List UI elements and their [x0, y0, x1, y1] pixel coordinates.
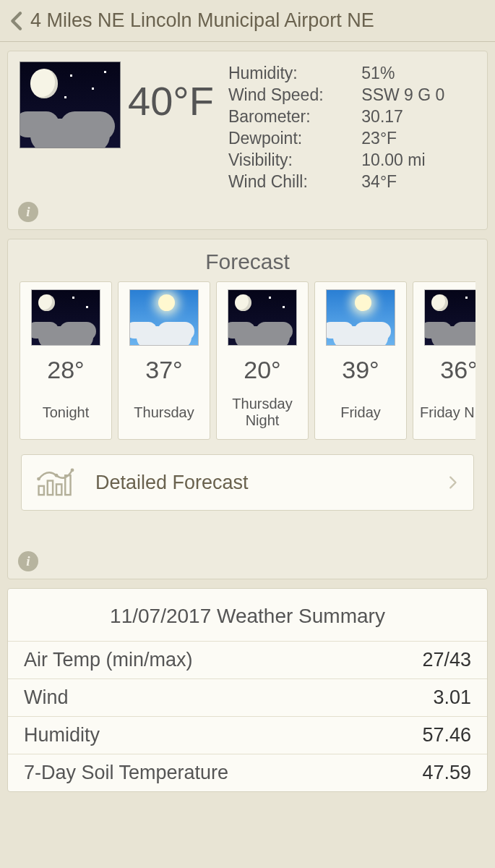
- day-cloudy-icon: [129, 289, 199, 346]
- dewpoint-value: 23°F: [360, 128, 474, 148]
- summary-row: Wind3.01: [8, 678, 487, 716]
- chevron-left-icon: [6, 9, 29, 33]
- detailed-forecast-button[interactable]: Detailed Forecast: [21, 454, 474, 511]
- forecast-card[interactable]: 39°Friday: [314, 281, 407, 440]
- forecast-label: Friday Night: [418, 396, 475, 429]
- svg-point-4: [37, 477, 40, 481]
- summary-key: 7-Day Soil Temperature: [24, 762, 228, 784]
- forecast-strip[interactable]: 28°Tonight37°Thursday20°Thursday Night39…: [20, 281, 475, 440]
- info-button[interactable]: i: [18, 551, 38, 571]
- svg-rect-2: [56, 485, 61, 495]
- windchill-value: 34°F: [360, 171, 474, 192]
- forecast-temp: 20°: [221, 356, 304, 384]
- forecast-label: Tonight: [25, 396, 107, 429]
- forecast-card[interactable]: 20°Thursday Night: [216, 281, 309, 440]
- summary-key: Air Temp (min/max): [24, 649, 193, 671]
- svg-point-5: [55, 474, 59, 477]
- info-button[interactable]: i: [18, 202, 38, 222]
- barometer-label: Barometer:: [227, 106, 358, 127]
- summary-key: Humidity: [24, 724, 100, 746]
- summary-value: 27/43: [422, 649, 471, 671]
- forecast-label: Thursday Night: [221, 396, 304, 429]
- day-cloudy-icon: [326, 289, 395, 346]
- summary-title: 11/07/2017 Weather Summary: [8, 589, 487, 641]
- visibility-label: Visibility:: [227, 150, 358, 170]
- svg-rect-1: [48, 481, 53, 495]
- windspeed-label: Wind Speed:: [227, 85, 358, 105]
- back-button[interactable]: [4, 8, 30, 34]
- chevron-right-icon: [444, 475, 460, 490]
- header-bar: 4 Miles NE Lincoln Municipal Airport NE: [0, 0, 495, 42]
- barometer-value: 30.17: [360, 106, 474, 127]
- current-weather-icon: [20, 61, 121, 148]
- current-conditions-panel: 40°F Humidity: 51% Wind Speed: SSW 9 G 0…: [7, 51, 488, 230]
- forecast-temp: 37°: [123, 356, 205, 384]
- forecast-label: Friday: [319, 396, 402, 429]
- humidity-value: 51%: [360, 63, 474, 83]
- page-title: 4 Miles NE Lincoln Municipal Airport NE: [30, 9, 374, 32]
- svg-rect-3: [65, 476, 70, 495]
- windchill-label: Wind Chill:: [227, 171, 358, 192]
- forecast-panel: Forecast 28°Tonight37°Thursday20°Thursda…: [7, 239, 488, 579]
- windspeed-value: SSW 9 G 0: [360, 85, 474, 105]
- summary-value: 57.46: [422, 724, 471, 746]
- visibility-value: 10.00 mi: [360, 150, 474, 170]
- forecast-card[interactable]: 28°Tonight: [20, 281, 112, 440]
- summary-panel: 11/07/2017 Weather Summary Air Temp (min…: [7, 588, 488, 792]
- svg-point-6: [71, 469, 74, 472]
- summary-value: 47.59: [422, 762, 471, 784]
- forecast-card[interactable]: 36°Friday Night: [413, 281, 475, 440]
- forecast-temp: 39°: [319, 356, 402, 384]
- chart-icon: [35, 467, 78, 498]
- forecast-temp: 28°: [25, 356, 107, 384]
- summary-value: 3.01: [433, 686, 471, 709]
- night-cloudy-icon: [424, 289, 475, 346]
- forecast-card[interactable]: 37°Thursday: [118, 281, 210, 440]
- detailed-forecast-label: Detailed Forecast: [95, 472, 444, 494]
- current-temperature: 40°F: [128, 61, 218, 124]
- forecast-label: Thursday: [123, 396, 205, 429]
- svg-rect-0: [39, 486, 44, 495]
- summary-key: Wind: [24, 686, 69, 709]
- summary-row: Air Temp (min/max)27/43: [8, 641, 487, 678]
- humidity-label: Humidity:: [227, 63, 358, 83]
- night-cloudy-icon: [31, 289, 100, 346]
- forecast-title: Forecast: [20, 250, 475, 274]
- dewpoint-label: Dewpoint:: [227, 128, 358, 148]
- night-cloudy-icon: [228, 289, 297, 346]
- current-details-table: Humidity: 51% Wind Speed: SSW 9 G 0 Baro…: [225, 61, 475, 193]
- summary-row: Humidity57.46: [8, 716, 487, 754]
- summary-row: 7-Day Soil Temperature47.59: [8, 754, 487, 791]
- forecast-temp: 36°: [418, 356, 475, 384]
